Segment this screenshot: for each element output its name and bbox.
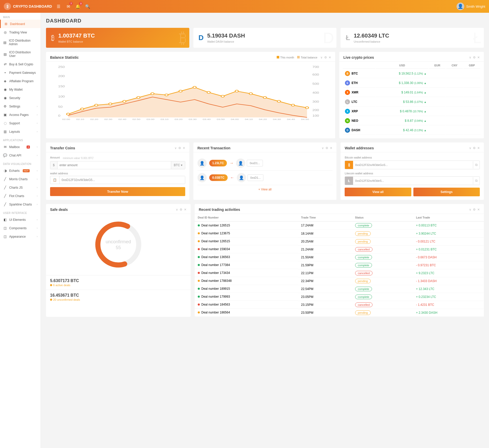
sidebar-item-settings[interactable]: ⚙ Settings › [0, 102, 41, 111]
rt-cell-status-5: complete [352, 261, 413, 269]
lp-close-icon[interactable]: ✕ [477, 56, 480, 59]
transfer-now-button[interactable]: Transfer Now [50, 187, 185, 196]
sidebar-item-components[interactable]: ◫ Components › [0, 224, 41, 232]
rt-cell-time-7: 22.34PM [298, 277, 352, 285]
lp-cell-usd-ltc: $ 53.86 (1.07%) ▲ [376, 98, 428, 106]
ltc-copy-button[interactable]: ⧉ [473, 177, 480, 184]
transfer-body: Amount minimum value '0.001 BTC' $ BTC ▾… [46, 152, 189, 200]
wallet-view-all-button[interactable]: View all [345, 188, 411, 196]
sidebar-item-chat-api[interactable]: 💬 Chat API › [0, 151, 41, 160]
txn-settings-icon[interactable]: ⚙ [325, 146, 328, 150]
rt-settings-icon[interactable]: ⚙ [473, 208, 476, 211]
svg-point-16 [95, 104, 98, 106]
sd-settings-icon[interactable]: ⚙ [180, 208, 182, 211]
sidebar-item-sparkline[interactable]: ╱ Sparkline Charts › [0, 200, 41, 209]
sidebar-item-flot[interactable]: ╱ Flot Charts › [0, 192, 41, 200]
rt-row-7: Deal number 1788348 22.34PM pending - 1.… [195, 277, 484, 285]
status-badge-7: pending [355, 279, 371, 283]
txn-collapse-icon[interactable]: ∨ [322, 146, 324, 150]
sidebar-item-buy-sell[interactable]: ⇄ Buy & Sell Crypto [0, 60, 41, 68]
wallet-settings-button[interactable]: Settings [413, 188, 480, 196]
wa-settings-icon[interactable]: ⚙ [473, 146, 476, 150]
sd-stat2-sub: 20 unconfirmed deals [50, 298, 187, 301]
sidebar-label-flot: Flot Charts [9, 194, 24, 198]
transfer-close-icon[interactable]: ✕ [183, 146, 185, 150]
sidebar-item-dashboard[interactable]: ⊞ Dashboard [0, 20, 41, 28]
svg-point-25 [221, 95, 224, 97]
topnav: ₿ CRYPTO DASHBOARD ☰ ✉ 7 🔔 3 🔍 👤 Smith W… [0, 0, 489, 13]
rt-cell-time-11: 23.50PM [298, 309, 352, 317]
sidebar-item-appearance[interactable]: ◫ Appearance › [0, 232, 41, 241]
rt-cell-status-0: complete [352, 221, 413, 229]
sidebar-item-payment-gw[interactable]: ▪ Payment Gateways [0, 68, 41, 77]
sd-collapse-icon[interactable]: ∨ [176, 208, 178, 211]
svg-text:300: 300 [312, 100, 319, 103]
lp-col-coin [343, 62, 375, 69]
rt-close-icon[interactable]: ✕ [477, 208, 480, 211]
svg-text:600: 600 [312, 73, 319, 76]
sidebar-item-security[interactable]: ◉ Security [0, 94, 41, 102]
txn-close-icon[interactable]: ✕ [330, 146, 332, 150]
amount-input[interactable] [57, 161, 171, 169]
sd-close-icon[interactable]: ✕ [184, 208, 187, 211]
access-arrow-icon: › [37, 113, 38, 116]
sidebar-item-charts-js[interactable]: ╱ Charts JS › [0, 183, 41, 192]
currency-selector[interactable]: BTC ▾ [171, 161, 185, 169]
wallet-addr-header: Wallet addresses ∨ ⚙ ✕ [341, 142, 484, 152]
rt-cell-deal-10: Deal number 184563 [195, 301, 298, 309]
search-button[interactable]: 🔍 [84, 3, 91, 10]
recent-txn-body: 👤 1.23LTC → 👤 0xsD1... 👤 [193, 152, 337, 197]
lp-collapse-icon[interactable]: ∨ [469, 56, 471, 59]
transfer-collapse-icon[interactable]: ∨ [174, 146, 177, 150]
close-icon[interactable]: ✕ [329, 56, 331, 59]
dash-info: 5.19034 DASH Wallet DASH balance [207, 32, 245, 43]
rt-row-2: Deal number 126515 20.25AM pending - 0.0… [195, 237, 484, 245]
sidebar-label-support: Support [9, 122, 20, 125]
sidebar-item-affiliate[interactable]: ◈ Affailiate Program [0, 77, 41, 85]
svg-text:0: 0 [58, 114, 60, 117]
mailbox-arrow-icon: › [37, 146, 38, 148]
sidebar-item-trading-view[interactable]: ◎ Trading View [0, 28, 41, 37]
sidebar-item-morris[interactable]: ╱ Morris Charts › [0, 175, 41, 183]
sidebar-item-echarts[interactable]: ◑ Echarts HOT › [0, 166, 41, 175]
messages-badge: 7 [69, 2, 73, 5]
rt-col-status: Status [352, 214, 413, 221]
sidebar-item-mailbox[interactable]: ✉ Mailbox 4 › [0, 143, 41, 151]
wa-collapse-icon[interactable]: ∨ [469, 146, 471, 150]
notifications-button[interactable]: 🔔 3 [74, 3, 82, 10]
sidebar-item-layouts[interactable]: ▥ Layouts › [0, 127, 41, 136]
safe-deals-stat1: 5.6307173 BTC 6 active deals [46, 275, 191, 290]
ltc-info: 12.60349 LTC Unconfirmed balance [354, 32, 389, 43]
donut-container: unconfirmed 55 [46, 214, 191, 275]
rt-row-0: Deal number 126515 17.24AM complete + 0.… [195, 221, 484, 229]
sidebar-label-affiliate: Affailiate Program [9, 79, 33, 83]
txn-item-2: 👤 0.03BTC ← 👤 0xsD1... [197, 171, 333, 185]
collapse-icon[interactable]: ∨ [320, 56, 323, 59]
menu-button[interactable]: ☰ [55, 3, 62, 10]
rt-row-8: Deal number 189915 22.54PM complete + 12… [195, 285, 484, 293]
sidebar-item-ui-elements[interactable]: ◧ Ui Elements › [0, 215, 41, 224]
status-badge-10: cancelled [355, 302, 372, 307]
sidebar-item-access-pages[interactable]: ▣ Access Pages › [0, 111, 41, 119]
trading-icon: ◎ [3, 30, 7, 34]
lp-settings-icon[interactable]: ⚙ [473, 56, 476, 59]
lp-cell-cny-dash [446, 126, 463, 135]
wallet-addr-input[interactable] [60, 176, 185, 184]
txn-view-all[interactable]: + View all [197, 185, 333, 194]
svg-text:02:20: 02:20 [90, 118, 98, 120]
settings-icon[interactable]: ⚙ [324, 56, 327, 59]
sidebar-item-support[interactable]: ◌ Support › [0, 119, 41, 127]
amount-label: Amount [50, 156, 60, 159]
transfer-settings-icon[interactable]: ⚙ [178, 146, 181, 150]
btc-bg-icon: ₿ [179, 29, 187, 47]
recent-txn-widget: Recent Transaction ∨ ⚙ ✕ 👤 1.23LTC → [193, 142, 337, 200]
wa-close-icon[interactable]: ✕ [477, 146, 480, 150]
sidebar-item-ico-user[interactable]: ▤ ICO Distribution User [0, 48, 41, 60]
sidebar-item-ico-admin[interactable]: ▤ ICO Distribution Admin [0, 37, 41, 48]
sidebar-item-my-wallet[interactable]: ◉ My Wallet [0, 85, 41, 94]
messages-button[interactable]: ✉ 7 [65, 3, 72, 10]
rt-collapse-icon[interactable]: ∨ [469, 208, 471, 211]
svg-marker-13 [68, 87, 307, 117]
svg-text:03:00: 03:00 [146, 118, 155, 120]
btc-copy-button[interactable]: ⧉ [473, 161, 480, 168]
